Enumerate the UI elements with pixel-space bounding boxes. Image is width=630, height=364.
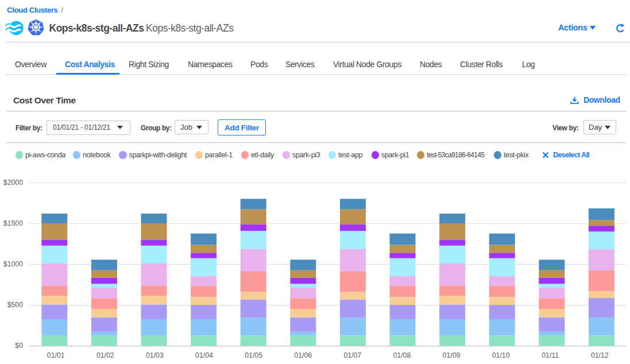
svg-text:01/06: 01/06 bbox=[294, 351, 312, 359]
svg-text:01/11: 01/11 bbox=[542, 351, 559, 359]
svg-text:$1500: $1500 bbox=[3, 219, 23, 227]
svg-text:01/12: 01/12 bbox=[591, 351, 609, 359]
svg-text:$1000: $1000 bbox=[3, 260, 23, 268]
svg-text:$2000: $2000 bbox=[3, 179, 23, 187]
svg-text:01/09: 01/09 bbox=[443, 351, 461, 359]
svg-text:01/04: 01/04 bbox=[195, 351, 213, 359]
svg-text:01/10: 01/10 bbox=[492, 351, 510, 359]
svg-text:$0: $0 bbox=[15, 342, 23, 350]
svg-text:01/01: 01/01 bbox=[47, 351, 65, 359]
svg-text:01/07: 01/07 bbox=[343, 351, 361, 359]
svg-text:01/08: 01/08 bbox=[393, 351, 411, 359]
svg-text:01/03: 01/03 bbox=[146, 351, 164, 359]
svg-text:$500: $500 bbox=[7, 301, 24, 309]
svg-text:01/05: 01/05 bbox=[245, 351, 262, 359]
svg-text:01/02: 01/02 bbox=[96, 351, 114, 359]
